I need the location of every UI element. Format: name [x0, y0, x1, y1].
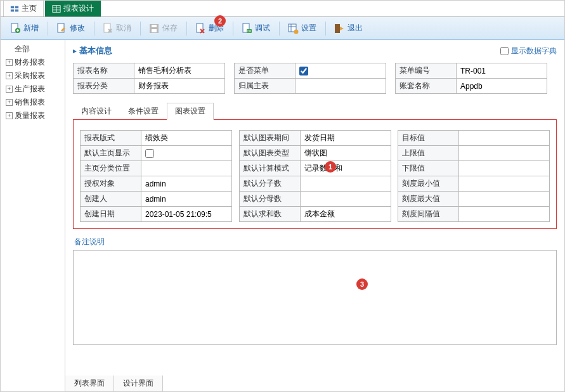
- bottom-tab-design[interactable]: 设计界面: [114, 376, 163, 392]
- def-type-input[interactable]: [304, 149, 387, 158]
- tab-cond-settings[interactable]: 条件设置: [120, 103, 167, 120]
- show-dict-checkbox[interactable]: 显示数据字典: [500, 46, 557, 56]
- content-panel: 1 3 ▸ 基本信息 显示数据字典 报表名称 报表分类 是否菜单 归属主表 菜单…: [65, 40, 564, 391]
- def-calc-label: 默认计算模式: [240, 161, 301, 176]
- creator-input[interactable]: [145, 195, 228, 204]
- tab-content-design[interactable]: 内容设计: [73, 103, 120, 120]
- scale-gap-input[interactable]: [463, 210, 545, 219]
- tree-item-purchase[interactable]: +采购报表: [2, 69, 63, 82]
- report-cat-input[interactable]: [138, 82, 221, 91]
- owner-input[interactable]: [299, 82, 382, 91]
- separator: [233, 22, 233, 36]
- top-tab-strip: 主页 报表设计: [1, 1, 564, 17]
- svg-rect-3: [15, 9, 18, 11]
- add-page-icon: [10, 23, 21, 34]
- creator-label: 创建人: [81, 192, 141, 206]
- bottom-tab-list-label: 列表界面: [74, 379, 105, 388]
- tree-item-label: 采购报表: [15, 70, 45, 81]
- report-name-label: 报表名称: [74, 63, 134, 78]
- create-date-input[interactable]: [145, 210, 228, 219]
- owner-label: 归属主表: [235, 79, 295, 93]
- menu-no-label: 菜单编号: [396, 63, 457, 78]
- remark-textarea[interactable]: [77, 254, 552, 341]
- bottom-tab-design-label: 设计界面: [123, 379, 153, 388]
- basic-info-row: 报表名称 报表分类 是否菜单 归属主表 菜单编号 账套名称: [65, 59, 564, 96]
- toolbar: 新增 修改 取消 保存 删除 OK 调试 设置 退出: [1, 17, 564, 40]
- tree-root[interactable]: −全部: [2, 42, 63, 56]
- auth-input[interactable]: [145, 180, 228, 188]
- expand-icon[interactable]: +: [6, 72, 13, 79]
- tab-report-design[interactable]: 报表设计: [45, 0, 101, 16]
- tree-item-production[interactable]: +生产报表: [2, 82, 63, 96]
- def-calc-input[interactable]: [304, 164, 387, 173]
- tab-cond-label: 条件设置: [128, 107, 159, 115]
- tree-item-sales[interactable]: +销售报表: [2, 96, 63, 109]
- add-button[interactable]: 新增: [4, 20, 44, 37]
- caret-right-icon[interactable]: ▸: [73, 46, 77, 55]
- separator: [325, 22, 326, 36]
- target-input[interactable]: [463, 134, 545, 143]
- edit-button[interactable]: 修改: [51, 20, 90, 37]
- settings-label: 设置: [301, 23, 316, 34]
- expand-icon[interactable]: +: [6, 112, 13, 119]
- def-num-input[interactable]: [304, 180, 387, 188]
- tree-item-finance[interactable]: +财务报表: [2, 56, 63, 69]
- tab-chart-label: 图表设置: [175, 107, 205, 115]
- debug-label: 调试: [255, 23, 270, 34]
- cancel-button[interactable]: 取消: [97, 20, 136, 37]
- tab-chart-settings[interactable]: 图表设置: [167, 103, 214, 120]
- settings-button[interactable]: 设置: [282, 20, 321, 37]
- svg-rect-18: [152, 29, 157, 32]
- style-label: 报表版式: [81, 131, 141, 145]
- expand-icon[interactable]: +: [6, 59, 13, 66]
- exit-button[interactable]: 退出: [328, 20, 368, 37]
- svg-rect-2: [11, 9, 14, 11]
- tab-home[interactable]: 主页: [3, 0, 44, 16]
- separator: [186, 22, 187, 36]
- acct-input[interactable]: [460, 82, 543, 91]
- def-period-input[interactable]: [304, 134, 387, 143]
- home-cat-pos-label: 主页分类位置: [81, 161, 141, 176]
- tree-item-quality[interactable]: +质量报表: [2, 109, 63, 122]
- acct-label: 账套名称: [396, 79, 457, 93]
- tab-content-label: 内容设计: [81, 107, 112, 115]
- is-menu-checkbox[interactable]: [299, 67, 308, 75]
- style-input[interactable]: [145, 134, 228, 143]
- remark-section: 备注说明: [73, 234, 557, 345]
- def-sum-input[interactable]: [304, 210, 387, 219]
- scale-min-input[interactable]: [463, 180, 545, 188]
- show-dict-input[interactable]: [500, 47, 509, 55]
- bottom-tab-list[interactable]: 列表界面: [65, 376, 114, 392]
- svg-rect-0: [11, 6, 14, 8]
- svg-rect-12: [58, 23, 64, 32]
- svg-point-28: [294, 29, 299, 34]
- create-date-label: 创建日期: [81, 207, 141, 221]
- def-type-label: 默认图表类型: [240, 146, 301, 160]
- def-den-input[interactable]: [304, 195, 387, 204]
- save-icon: [148, 23, 160, 34]
- scale-min-label: 刻度最小值: [398, 176, 459, 191]
- menu-no-input[interactable]: [460, 67, 543, 75]
- remark-title: 备注说明: [73, 234, 557, 250]
- is-menu-label: 是否菜单: [235, 63, 295, 78]
- expand-icon[interactable]: +: [6, 99, 13, 106]
- svg-rect-17: [152, 25, 157, 27]
- upper-input[interactable]: [463, 149, 545, 158]
- home-cat-pos-input[interactable]: [145, 164, 228, 173]
- save-label: 保存: [162, 23, 178, 34]
- annotation-badge-1: 1: [325, 161, 336, 173]
- separator: [279, 22, 280, 36]
- lower-input[interactable]: [463, 164, 545, 173]
- scale-max-input[interactable]: [463, 195, 545, 204]
- def-home-checkbox[interactable]: [145, 149, 154, 158]
- edit-label: 修改: [70, 23, 85, 34]
- debug-button[interactable]: OK 调试: [236, 20, 275, 37]
- report-cat-label: 报表分类: [74, 79, 134, 93]
- def-den-label: 默认分母数: [240, 192, 301, 206]
- save-button[interactable]: 保存: [143, 20, 183, 37]
- report-name-input[interactable]: [138, 67, 221, 75]
- table-icon: [52, 4, 61, 13]
- expand-icon[interactable]: +: [6, 86, 13, 93]
- tree-item-label: 销售报表: [15, 97, 45, 108]
- annotation-badge-3: 3: [356, 278, 368, 290]
